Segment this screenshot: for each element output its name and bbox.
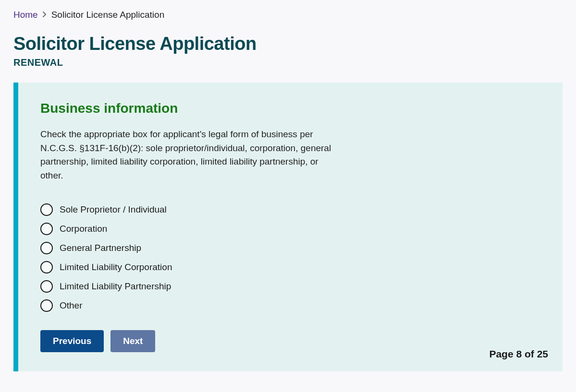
radio-icon [40, 203, 53, 216]
radio-option-general-partnership[interactable]: General Partnership [40, 242, 540, 254]
radio-option-llp[interactable]: Limited Liability Partnership [40, 280, 540, 293]
radio-label: Sole Proprietor / Individual [60, 204, 167, 215]
radio-option-sole-proprietor[interactable]: Sole Proprietor / Individual [40, 203, 540, 216]
chevron-right-icon [43, 11, 47, 19]
radio-icon [40, 299, 53, 312]
section-heading: Business information [40, 101, 540, 116]
breadcrumb-home-link[interactable]: Home [13, 10, 38, 20]
radio-icon [40, 280, 53, 293]
radio-label: Limited Liability Corporation [60, 262, 172, 273]
page-subtitle: RENEWAL [13, 57, 563, 68]
page-title: Solicitor License Application [13, 34, 563, 54]
radio-option-other[interactable]: Other [40, 299, 540, 312]
radio-icon [40, 261, 53, 273]
breadcrumb-current: Solicitor License Application [51, 10, 165, 20]
radio-label: Corporation [60, 224, 107, 234]
radio-label: Limited Liability Partnership [60, 281, 171, 292]
business-type-radio-group: Sole Proprietor / Individual Corporation… [40, 203, 540, 312]
button-row: Previous Next [40, 330, 540, 352]
radio-icon [40, 223, 53, 235]
radio-icon [40, 242, 53, 254]
radio-label: Other [60, 300, 83, 311]
instructions-text: Check the appropriate box for applicant'… [40, 128, 333, 182]
next-button[interactable]: Next [110, 330, 155, 352]
radio-option-corporation[interactable]: Corporation [40, 223, 540, 235]
breadcrumb: Home Solicitor License Application [13, 10, 563, 20]
radio-label: General Partnership [60, 243, 141, 253]
page-indicator: Page 8 of 25 [489, 348, 548, 360]
previous-button[interactable]: Previous [40, 330, 104, 352]
form-panel: Business information Check the appropria… [13, 83, 563, 371]
radio-option-llc[interactable]: Limited Liability Corporation [40, 261, 540, 273]
